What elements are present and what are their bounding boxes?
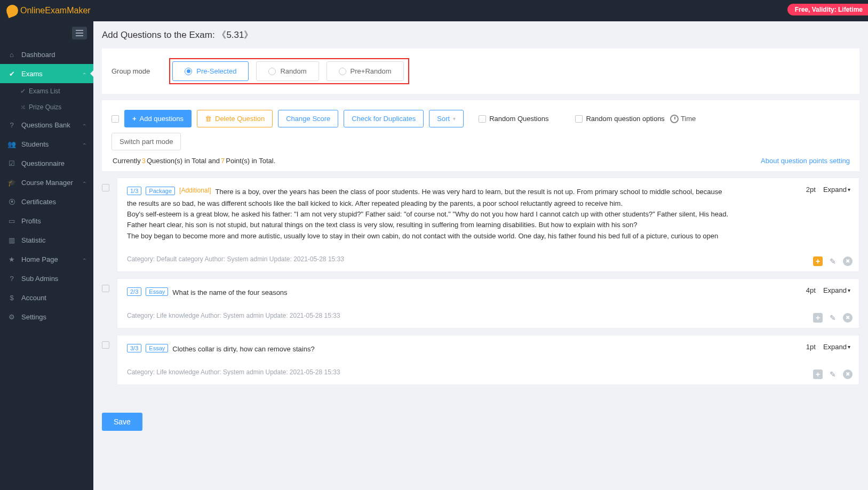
seal-icon: ⦿ — [7, 197, 16, 206]
sidebar-item-label: Home Page — [21, 255, 58, 263]
group-mode-option-pre-selected[interactable]: Pre-Selected — [172, 61, 249, 81]
group-mode-option-random[interactable]: Random — [256, 61, 318, 81]
add-similar-icon[interactable]: + — [813, 369, 823, 379]
sidebar-item-label: Questionnaire — [21, 159, 65, 167]
sidebar-item-course-manager[interactable]: 🎓Course Manager‹ — [0, 173, 93, 192]
brand-logo[interactable]: OnlineExamMaker — [6, 5, 91, 17]
question-points: 4pt — [806, 286, 816, 294]
select-all-checkbox[interactable] — [112, 115, 119, 123]
chevron-icon: ‹ — [82, 73, 88, 75]
sidebar: ⌂Dashboard✔Exams‹✔Exams List⤭Prize Quizs… — [0, 21, 93, 490]
time-button[interactable]: Time — [670, 115, 696, 123]
sidebar-item-account[interactable]: $Account — [0, 288, 93, 307]
radio-icon — [185, 68, 192, 75]
sort-button[interactable]: Sort ▾ — [429, 110, 464, 127]
question-type-badge: Package — [146, 187, 175, 195]
check-circle-icon: ✔ — [7, 69, 16, 78]
question-checkbox[interactable] — [102, 184, 109, 191]
help-circle-icon: ? — [7, 121, 16, 129]
sidebar-item-settings[interactable]: ⚙Settings — [0, 307, 93, 326]
sidebar-item-sub-admins[interactable]: ?Sub Admins — [0, 269, 93, 288]
change-score-button[interactable]: Change Score — [278, 110, 338, 127]
sidebar-item-label: Students — [21, 140, 49, 148]
add-similar-icon[interactable]: + — [813, 313, 823, 323]
question-checkbox[interactable] — [102, 285, 109, 292]
question-card: 2/3EssayWhat is the name of the four sea… — [117, 278, 859, 328]
sidebar-item-certificates[interactable]: ⦿Certificates — [0, 192, 93, 211]
add-similar-icon[interactable]: + — [813, 256, 823, 266]
question-checkbox[interactable] — [102, 341, 109, 349]
chevron-icon: ‹ — [82, 258, 88, 260]
question-type-badge: Essay — [146, 344, 168, 352]
card-icon: ▭ — [7, 216, 16, 225]
users-icon: 👥 — [7, 140, 16, 148]
question-index-badge: 2/3 — [127, 287, 141, 296]
radio-icon — [268, 68, 276, 75]
chevron-down-icon: ▾ — [848, 287, 850, 293]
promo-badge[interactable]: Free, Validity: Lifetime — [787, 4, 868, 15]
sidebar-subitem-exams-list[interactable]: ✔Exams List — [0, 83, 93, 99]
check-duplicates-button[interactable]: Check for Duplicates — [344, 110, 424, 127]
sidebar-item-exams[interactable]: ✔Exams‹ — [0, 64, 93, 83]
edit-icon[interactable]: ✎ — [828, 256, 838, 266]
chevron-icon: ‹ — [82, 181, 88, 183]
group-mode-label: Group mode — [112, 67, 150, 75]
add-questions-button[interactable]: + Add questions — [124, 110, 192, 127]
random-questions-checkbox[interactable]: Random Questions — [479, 115, 548, 123]
expand-button[interactable]: Expand▾ — [823, 186, 850, 194]
sidebar-item-label: Statistic — [21, 236, 46, 244]
remove-icon[interactable]: ✖ — [843, 256, 853, 266]
main-content: Add Questions to the Exam: 《5.31》 Group … — [93, 21, 868, 490]
question-card: 3/3EssayClothes collar is dirty, how can… — [117, 335, 859, 385]
sidebar-toggle-wrap — [0, 21, 93, 45]
chevron-down-icon: ▾ — [848, 187, 850, 192]
sidebar-subitem-prize-quizs[interactable]: ⤭Prize Quizs — [0, 99, 93, 115]
group-mode-panel: Group mode Pre-SelectedRandomPre+Random — [102, 49, 859, 94]
save-button[interactable]: Save — [102, 413, 142, 431]
expand-button[interactable]: Expand▾ — [823, 286, 850, 294]
sidebar-item-home-page[interactable]: ★Home Page‹ — [0, 250, 93, 269]
question-meta: Category: Life knowledge Author: System … — [127, 368, 849, 376]
brand-text: OnlineExamMaker — [20, 6, 91, 15]
group-mode-option-pre-random[interactable]: Pre+Random — [327, 61, 404, 81]
delete-question-button[interactable]: 🗑 Delete Question — [197, 110, 273, 127]
sidebar-item-label: Dashboard — [21, 51, 55, 59]
edit-icon[interactable]: ✎ — [828, 369, 838, 379]
sidebar-toggle-button[interactable] — [72, 27, 87, 39]
sidebar-item-label: Profits — [21, 217, 41, 225]
sidebar-item-questionnaire[interactable]: ☑Questionnaire — [0, 154, 93, 173]
plus-icon: + — [132, 115, 137, 123]
chevron-down-icon: ▾ — [453, 116, 456, 122]
home-icon: ⌂ — [7, 50, 16, 59]
sidebar-item-label: Sub Admins — [21, 275, 58, 283]
page-title: Add Questions to the Exam: 《5.31》 — [102, 29, 859, 41]
question-card: 1/3Package[Additional]There is a boy, ov… — [117, 178, 859, 272]
toolbar-panel: + Add questions 🗑 Delete Question Change… — [102, 100, 859, 171]
expand-button[interactable]: Expand▾ — [823, 343, 850, 351]
gear-icon: ⚙ — [7, 312, 16, 321]
question-index-badge: 1/3 — [127, 187, 141, 195]
sidebar-item-label: Exams — [21, 70, 43, 78]
remove-icon[interactable]: ✖ — [843, 369, 853, 379]
question-body-text: the results are so bad, he was different… — [127, 198, 849, 242]
remove-icon[interactable]: ✖ — [843, 313, 853, 323]
chevron-icon: ‹ — [82, 124, 88, 126]
edit-icon[interactable]: ✎ — [828, 313, 838, 323]
sidebar-item-statistic[interactable]: ▥Statistic — [0, 230, 93, 250]
switch-part-mode-button[interactable]: Switch part mode — [112, 133, 181, 150]
question-row: 3/3EssayClothes collar is dirty, how can… — [102, 335, 859, 385]
group-mode-highlight: Pre-SelectedRandomPre+Random — [169, 58, 409, 84]
sidebar-item-dashboard[interactable]: ⌂Dashboard — [0, 45, 93, 64]
dollar-icon: $ — [7, 293, 16, 302]
sidebar-item-students[interactable]: 👥Students‹ — [0, 134, 93, 154]
question-head-text: There is a boy, over the years has been … — [215, 187, 722, 197]
sidebar-item-questions-bank[interactable]: ?Questions Bank‹ — [0, 115, 93, 134]
points-setting-link[interactable]: About question points setting — [761, 157, 850, 165]
sidebar-item-profits[interactable]: ▭Profits — [0, 211, 93, 230]
help-circle-icon: ? — [7, 274, 16, 283]
random-options-checkbox[interactable]: Random question options — [575, 115, 664, 123]
additional-label: [Additional] — [179, 187, 211, 194]
trash-icon: 🗑 — [205, 115, 212, 123]
radio-icon — [339, 68, 346, 75]
summary-line: Currently 3 Question(s) in Total and 7 P… — [113, 157, 850, 165]
